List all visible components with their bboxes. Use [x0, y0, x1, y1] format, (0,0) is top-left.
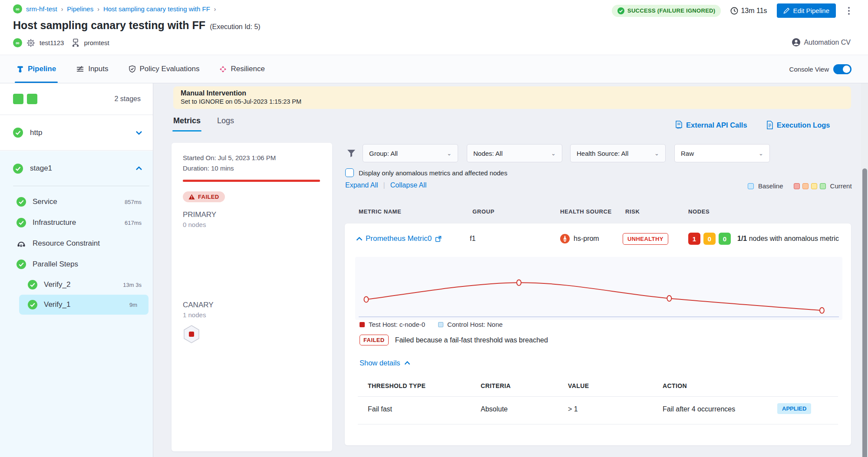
anomalous-only-checkbox[interactable] [345, 168, 354, 177]
collapse-metric-chevron[interactable] [356, 224, 363, 254]
metric-row-card: Prometheus Metric0 f1 hs-prom UNHEALTHY … [345, 224, 851, 445]
user-chip[interactable]: Automation CV [792, 38, 851, 46]
environment-name[interactable]: promtest [84, 39, 109, 46]
tab-inputs[interactable]: Inputs [76, 55, 108, 83]
execution-meta: ∞ test1123 promtest [13, 38, 109, 47]
col-header-group: GROUP [472, 208, 495, 215]
service-name[interactable]: test1123 [40, 39, 64, 46]
control-host-swatch [438, 322, 443, 327]
check-circle-icon [617, 7, 624, 14]
user-icon [792, 38, 800, 46]
step-verify-2[interactable]: Verify_2 13m 3s [0, 275, 153, 295]
edit-pipeline-button[interactable]: Edit Pipeline [777, 3, 836, 18]
panel-links: API External API Calls Execution Logs [675, 121, 830, 129]
step-parallel-steps[interactable]: Parallel Steps [0, 254, 153, 275]
canary-node-hexagon[interactable] [183, 325, 200, 343]
step-service[interactable]: Service 857ms [0, 191, 153, 212]
step-duration: 13m 3s [123, 282, 142, 288]
status-badge: SUCCESS (FAILURE IGNORED) [612, 5, 721, 17]
tab-pipeline[interactable]: Pipeline [17, 55, 56, 83]
breadcrumb-pipeline-name[interactable]: Host sampling canary testing with FF [103, 5, 210, 13]
step-duration: 857ms [125, 199, 142, 205]
expand-all-link[interactable]: Expand All [345, 181, 378, 189]
tab-resilience[interactable]: Resilience [219, 55, 264, 83]
tab-metrics[interactable]: Metrics [173, 116, 201, 132]
stage1-block: stage1 Service 857ms Infrastructure 617m… [0, 151, 153, 457]
metric-line-chart[interactable] [355, 257, 842, 320]
harness-logo-icon: ∞ [13, 4, 22, 13]
title-row: Host sampling canary testing with FF (Ex… [13, 19, 261, 32]
breadcrumb-separator: › [97, 6, 99, 13]
show-details-link[interactable]: Show details [360, 359, 410, 367]
step-infrastructure[interactable]: Infrastructure 617ms [0, 212, 153, 233]
sidebar-stage-http[interactable]: http [0, 115, 153, 151]
breadcrumb-separator: › [214, 6, 216, 13]
col-header-nodes: NODES [688, 208, 710, 215]
started-on: Started On: Jul 5, 2023 1:06 PM [183, 154, 276, 161]
chevron-down-icon: ⌄ [551, 150, 556, 157]
anomalous-node-chip: 1 [688, 233, 700, 245]
tab-policy-evaluations[interactable]: Policy Evaluations [129, 55, 200, 83]
metric-name-link[interactable]: Prometheus Metric0 [366, 224, 442, 254]
stage-square-success [13, 94, 23, 104]
step-resource-constraint[interactable]: Resource Constraint [0, 233, 153, 254]
page-header: ∞ srm-hf-test › Pipelines › Host samplin… [0, 0, 868, 55]
environment-icon [72, 39, 79, 47]
current-swatch-orange [802, 183, 809, 189]
control-host-legend: Control Host: None [438, 321, 503, 328]
failure-reason-row: FAILED Failed because a fail-fast thresh… [360, 335, 548, 345]
svg-text:∞: ∞ [16, 6, 20, 12]
step-duration: 617ms [125, 220, 142, 226]
check-circle-icon [17, 260, 26, 269]
main-tabbar: Pipeline Inputs Policy Evaluations Resil… [0, 55, 868, 83]
console-view-toggle[interactable] [833, 64, 851, 74]
execution-logs-link[interactable]: Execution Logs [766, 121, 830, 129]
collapse-all-link[interactable]: Collapse All [390, 181, 427, 189]
verification-summary-card: Started On: Jul 5, 2023 1:06 PM Duration… [172, 143, 332, 451]
divider [358, 396, 838, 397]
group-filter-dropdown[interactable]: Group: All⌄ [363, 144, 458, 162]
col-header-risk: RISK [625, 208, 640, 215]
shield-check-icon [129, 65, 136, 73]
dt-cell-action: Fail after 4 occurrences [663, 400, 735, 419]
tab-logs[interactable]: Logs [217, 116, 234, 132]
vertical-scrollbar-thumb[interactable] [862, 168, 867, 457]
dt-header-value: VALUE [568, 382, 589, 389]
canary-nodes-count: 1 nodes [183, 311, 206, 319]
warning-node-chip: 0 [703, 233, 716, 245]
breadcrumb-pipelines[interactable]: Pipelines [67, 5, 93, 13]
divider: | [383, 181, 385, 189]
verification-panel-tabs: Metrics Logs [173, 116, 234, 132]
step-verify-1[interactable]: Verify_1 9m [19, 295, 149, 315]
external-api-calls-link[interactable]: API External API Calls [675, 121, 747, 129]
api-document-icon: API [675, 121, 683, 129]
check-circle-icon [13, 128, 23, 138]
svg-text:API: API [677, 127, 681, 129]
breadcrumb-project[interactable]: srm-hf-test [26, 5, 57, 13]
breadcrumb-separator: › [61, 6, 63, 13]
chevron-down-icon: ⌄ [447, 150, 452, 157]
inputs-icon [76, 66, 84, 73]
failed-badge: FAILED [360, 335, 389, 345]
execution-id: (Execution Id: 5) [210, 23, 261, 31]
console-view-control: Console View [789, 55, 851, 83]
svg-text:∞: ∞ [16, 40, 20, 46]
more-options-icon[interactable] [845, 5, 852, 16]
warning-triangle-icon [188, 194, 195, 200]
health-source-filter-dropdown[interactable]: Health Source: All⌄ [570, 144, 666, 162]
stages-count: 2 stages [115, 95, 141, 103]
primary-label: PRIMARY [183, 210, 216, 219]
current-swatches [794, 183, 826, 189]
filter-funnel-icon[interactable] [347, 148, 356, 158]
sidebar-stage-stage1[interactable]: stage1 [0, 151, 153, 186]
failure-progress-bar [183, 180, 320, 182]
pencil-icon [783, 7, 790, 14]
metric-row: Prometheus Metric0 f1 hs-prom UNHEALTHY … [345, 224, 851, 254]
metric-group-value: f1 [470, 224, 475, 254]
harness-logo-icon: ∞ [13, 38, 22, 47]
data-mode-dropdown[interactable]: Raw⌄ [674, 144, 770, 162]
duration: Duration: 10 mins [183, 164, 234, 172]
header-actions: SUCCESS (FAILURE IGNORED) 13m 11s Edit P… [612, 3, 852, 18]
baseline-current-legend: Baseline Current [748, 182, 852, 190]
nodes-filter-dropdown[interactable]: Nodes: All⌄ [467, 144, 562, 162]
